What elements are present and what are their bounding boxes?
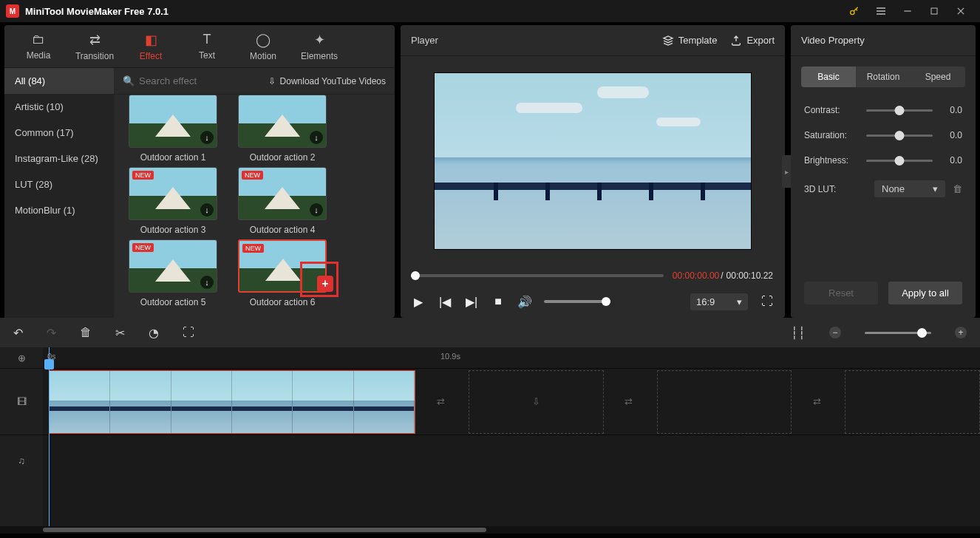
player-panel: Player Template Export	[401, 25, 785, 318]
zoom-slider[interactable]	[865, 332, 931, 334]
snap-button[interactable]: ┆┆	[791, 326, 806, 340]
category-common[interactable]: Common (17)	[4, 120, 114, 146]
app-logo-icon: M	[6, 4, 19, 18]
prop-tab-rotation[interactable]: Rotation	[856, 67, 911, 87]
export-button[interactable]: Export	[730, 35, 775, 47]
lut-select[interactable]: None▾	[874, 180, 945, 197]
brightness-value: 0.0	[940, 155, 962, 166]
category-lut[interactable]: LUT (28)	[4, 171, 114, 197]
time-total: 00:00:10.22	[727, 270, 773, 281]
split-button[interactable]: ✂	[115, 326, 125, 340]
template-button[interactable]: Template	[662, 35, 718, 47]
contrast-slider[interactable]	[866, 109, 933, 112]
add-effect-button[interactable]: +	[317, 276, 333, 292]
category-motionblur[interactable]: MotionBlur (1)	[4, 197, 114, 223]
text-icon: T	[179, 32, 235, 47]
transition-slot[interactable]: ⇄	[614, 370, 644, 434]
tab-effect[interactable]: ◧Effect	[123, 32, 179, 61]
prop-tab-speed[interactable]: Speed	[911, 67, 965, 87]
template-icon	[662, 35, 674, 47]
volume-icon[interactable]: 🔊	[517, 295, 532, 309]
download-youtube-button[interactable]: ⇩Download YouTube Videos	[268, 76, 386, 86]
play-button[interactable]: ▶	[411, 295, 426, 309]
tab-text[interactable]: TText	[179, 32, 235, 61]
tab-media[interactable]: 🗀Media	[10, 32, 67, 61]
delete-button[interactable]: 🗑	[80, 326, 92, 339]
transition-slot[interactable]: ⇄	[426, 370, 455, 434]
search-input[interactable]	[139, 75, 264, 86]
download-icon[interactable]: ↓	[200, 276, 214, 289]
download-icon[interactable]: ↓	[310, 131, 323, 144]
lut-label: 3D LUT:	[804, 184, 859, 194]
timeline-scrollbar[interactable]	[0, 526, 980, 534]
brightness-label: Brightness:	[804, 155, 859, 166]
collapse-panel-button[interactable]: ▸	[782, 155, 791, 188]
stop-button[interactable]: ■	[491, 295, 506, 308]
category-artistic[interactable]: Artistic (10)	[4, 94, 114, 120]
next-frame-button[interactable]: ▶|	[464, 295, 479, 309]
brightness-slider[interactable]	[866, 160, 933, 162]
tab-transition[interactable]: ⇄Transition	[67, 32, 123, 61]
volume-slider[interactable]	[544, 300, 610, 303]
category-all[interactable]: All (84)	[4, 68, 114, 94]
effect-card-selected[interactable]: NEW + Outdoor action 6	[231, 239, 334, 307]
download-icon[interactable]: ↓	[200, 131, 214, 144]
download-icon: ⇩	[268, 76, 276, 86]
close-icon[interactable]	[947, 0, 974, 22]
effect-card[interactable]: NEW↓ Outdoor action 4	[231, 167, 334, 235]
empty-clip-slot[interactable]	[657, 370, 792, 434]
timeline-ruler[interactable]: 0s 10.9s	[43, 347, 980, 368]
maximize-icon[interactable]	[921, 0, 947, 22]
aspect-ratio-select[interactable]: 16:9▾	[690, 293, 748, 310]
search-icon: 🔍	[123, 75, 135, 86]
video-track[interactable]: ⇄ ⇩ ⇄ ⇄	[43, 368, 980, 435]
download-icon[interactable]: ↓	[200, 203, 214, 217]
reset-button[interactable]: Reset	[804, 282, 878, 304]
download-icon[interactable]: ↓	[310, 203, 323, 217]
effect-card[interactable]: ↓ Outdoor action 2	[231, 95, 334, 163]
playhead[interactable]	[44, 359, 54, 370]
minimize-icon[interactable]	[894, 0, 921, 22]
playback-slider[interactable]	[411, 274, 664, 277]
effect-card[interactable]: NEW↓ Outdoor action 3	[121, 167, 225, 235]
library-panel: 🗀Media ⇄Transition ◧Effect TText ◯Motion…	[4, 25, 395, 318]
effect-card[interactable]: NEW↓ Outdoor action 5	[121, 239, 225, 307]
app-title: MiniTool MovieMaker Free 7.0.1	[25, 6, 169, 17]
trash-icon[interactable]: 🗑	[953, 183, 962, 194]
new-badge: NEW	[132, 171, 154, 180]
transition-slot[interactable]: ⇄	[802, 370, 831, 434]
time-current: 00:00:00.00	[673, 270, 719, 281]
new-badge: NEW	[242, 244, 264, 253]
empty-clip-slot[interactable]	[845, 370, 980, 434]
playhead-line	[49, 347, 50, 526]
menu-icon[interactable]	[868, 0, 894, 22]
audio-track[interactable]	[43, 435, 980, 486]
upgrade-key-icon[interactable]	[841, 0, 868, 22]
tab-motion[interactable]: ◯Motion	[235, 32, 291, 61]
svg-point-0	[851, 10, 854, 14]
prop-tab-basic[interactable]: Basic	[801, 67, 856, 87]
crop-button[interactable]: ⛶	[183, 326, 194, 339]
contrast-label: Contrast:	[804, 105, 859, 115]
add-effect-highlight: +	[300, 262, 338, 297]
saturation-slider[interactable]	[866, 134, 933, 137]
new-badge: NEW	[132, 243, 154, 252]
redo-button[interactable]: ↷	[47, 326, 56, 340]
zoom-out-button[interactable]: −	[829, 327, 841, 338]
fullscreen-button[interactable]: ⛶	[760, 295, 775, 308]
apply-all-button[interactable]: Apply to all	[888, 282, 962, 304]
undo-button[interactable]: ↶	[13, 326, 23, 340]
speed-button[interactable]: ◔	[149, 326, 159, 340]
tab-elements[interactable]: ✦Elements	[291, 32, 347, 61]
prev-frame-button[interactable]: |◀	[438, 295, 452, 309]
effect-card[interactable]: ↓ Outdoor action 1	[121, 95, 225, 163]
category-instagram[interactable]: Instagram-Like (28)	[4, 146, 114, 171]
player-title: Player	[411, 35, 438, 46]
effect-icon: ◧	[123, 32, 179, 48]
add-track-button[interactable]: ⊕	[0, 347, 43, 368]
empty-clip-slot[interactable]: ⇩	[469, 370, 604, 434]
video-track-icon: 🎞	[0, 368, 43, 435]
zoom-in-button[interactable]: +	[955, 327, 967, 338]
timeline-panel: ↶ ↷ 🗑 ✂ ◔ ⛶ ┆┆ − + ⊕ 🎞 ♫ 0s 10.9s	[0, 318, 980, 534]
video-clip[interactable]	[49, 370, 415, 434]
